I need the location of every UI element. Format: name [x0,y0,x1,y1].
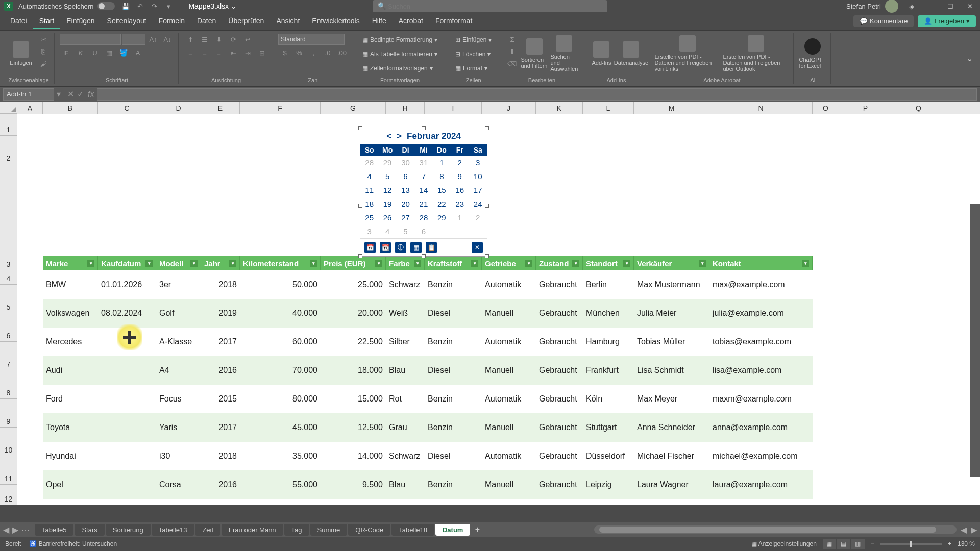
table-cell[interactable]: Laura Wagner [634,470,709,499]
zoom-level[interactable]: 130 % [958,540,975,547]
copy-icon[interactable]: ⎘ [37,46,50,57]
table-cell[interactable]: Gebraucht [536,299,583,328]
sheet-tab[interactable]: Summe [310,524,348,536]
table-cell[interactable]: Benzin [425,328,482,356]
table-cell[interactable]: lisa@example.com [709,356,813,385]
filter-icon[interactable]: ▾ [525,260,532,267]
select-all-button[interactable] [0,102,17,114]
column-header[interactable]: J [482,102,536,114]
column-header[interactable]: E [201,102,240,114]
filename[interactable]: Mappe3.xlsx ⌄ [188,2,236,10]
sheet-tab[interactable]: Tabelle13 [152,524,194,536]
row-header[interactable]: 1 [0,114,17,136]
column-header[interactable]: K [536,102,583,114]
table-cell[interactable]: Volkswagen [43,299,98,328]
percent-icon[interactable]: % [292,47,306,58]
calendar-day[interactable]: 15 [433,183,451,197]
border-icon[interactable]: ▦ [103,47,116,58]
prev-month-button[interactable]: < [386,131,391,141]
row-header[interactable]: 7 [0,342,17,370]
table-cell[interactable]: 2016 [201,356,240,385]
table-cell[interactable] [98,385,156,413]
align-center-icon[interactable]: ≡ [198,47,211,58]
filter-icon[interactable]: ▾ [375,260,382,267]
table-cell[interactable]: 60.000 [240,328,321,356]
selection-handle-icon[interactable] [358,204,362,208]
table-cell[interactable]: 18.000 [321,356,386,385]
table-cell[interactable]: Automatik [482,385,536,413]
collapse-ribbon-icon[interactable]: ⌄ [962,33,977,84]
selection-handle-icon[interactable] [422,126,426,130]
search-input[interactable] [373,0,607,12]
calendar-day[interactable]: 6 [414,224,432,238]
table-header-cell[interactable]: Zustand▾ [536,256,583,270]
align-left-icon[interactable]: ≡ [184,47,197,58]
table-cell[interactable]: 80.000 [240,385,321,413]
table-cell[interactable]: Berlin [583,270,634,299]
increase-decimal-icon[interactable]: .0 [321,47,334,58]
filter-icon[interactable]: ▾ [572,260,579,267]
calendar-day[interactable]: 28 [360,156,378,169]
table-cell[interactable]: 2019 [201,299,240,328]
app-options-icon[interactable]: ◈ [905,0,918,12]
table-cell[interactable]: Michael Fischer [634,442,709,470]
add-sheet-button[interactable]: + [471,525,483,534]
calendar-day[interactable]: 5 [397,224,414,238]
table-cell[interactable] [98,442,156,470]
table-cell[interactable]: Blau [386,470,425,499]
table-cell[interactable]: Gebraucht [536,356,583,385]
menu-tab-formeln[interactable]: Formeln [153,14,191,29]
comments-button[interactable]: 💬 Kommentare [853,15,914,27]
table-cell[interactable]: Köln [583,385,634,413]
calendar-day[interactable]: 23 [451,197,469,211]
menu-tab-überprüfen[interactable]: Überprüfen [222,14,270,29]
sheet-menu-icon[interactable]: ⋯ [21,525,30,535]
align-right-icon[interactable]: ≡ [212,47,226,58]
qat-dropdown-icon[interactable]: ▾ [164,2,173,11]
column-header[interactable]: A [17,102,43,114]
table-cell[interactable]: 55.000 [240,470,321,499]
selection-handle-icon[interactable] [422,254,426,258]
column-header[interactable]: C [98,102,156,114]
format-painter-icon[interactable]: 🖌 [37,58,50,69]
calendar-day[interactable]: 3 [360,224,378,238]
table-cell[interactable]: Manuell [482,356,536,385]
calendar-day[interactable]: 11 [360,183,378,197]
table-cell[interactable]: Schwarz [386,442,425,470]
selection-handle-icon[interactable] [485,204,489,208]
filter-icon[interactable]: ▾ [229,260,236,267]
sheet-tab[interactable]: Tag [284,524,309,536]
decrease-font-icon[interactable]: A↓ [161,34,174,45]
delete-cells-button[interactable]: ⊟ Löschen ▾ [451,48,495,60]
table-cell[interactable]: Gebraucht [536,385,583,413]
selection-handle-icon[interactable] [485,126,489,130]
font-name-input[interactable] [60,34,121,45]
table-cell[interactable]: 01.01.2026 [98,270,156,299]
find-select-button[interactable]: Suchen und Auswählen [550,34,578,73]
currency-icon[interactable]: $ [278,47,291,58]
indent-left-icon[interactable]: ⇤ [227,47,240,58]
table-cell[interactable]: Hyundai [43,442,98,470]
menu-tab-start[interactable]: Start [33,14,61,29]
table-cell[interactable]: julia@example.com [709,299,813,328]
row-header[interactable]: 6 [0,313,17,342]
calendar-day[interactable]: 19 [378,197,396,211]
table-cell[interactable]: 2018 [201,270,240,299]
table-header-cell[interactable]: Modell▾ [156,256,201,270]
column-header[interactable]: B [43,102,98,114]
accessibility-status[interactable]: ♿ Barrierefreiheit: Untersuchen [29,540,117,547]
table-cell[interactable]: Tobias Müller [634,328,709,356]
filter-icon[interactable]: ▾ [802,260,809,267]
calendar-day[interactable]: 21 [414,197,432,211]
normal-view-icon[interactable]: ▦ [823,539,836,549]
table-cell[interactable]: 50.000 [240,270,321,299]
calendar-day[interactable]: 10 [469,169,486,183]
calendar-week-button[interactable]: 📆 [380,242,391,253]
font-size-input[interactable] [122,34,145,45]
calendar-today-button[interactable]: 📅 [364,242,376,253]
table-cell[interactable]: Focus [156,385,201,413]
table-header-cell[interactable]: Kilometerstand▾ [240,256,321,270]
sheet-tab[interactable]: Tabelle5 [35,524,74,536]
minimize-icon[interactable]: — [925,0,937,12]
table-cell[interactable]: anna@example.com [709,413,813,442]
